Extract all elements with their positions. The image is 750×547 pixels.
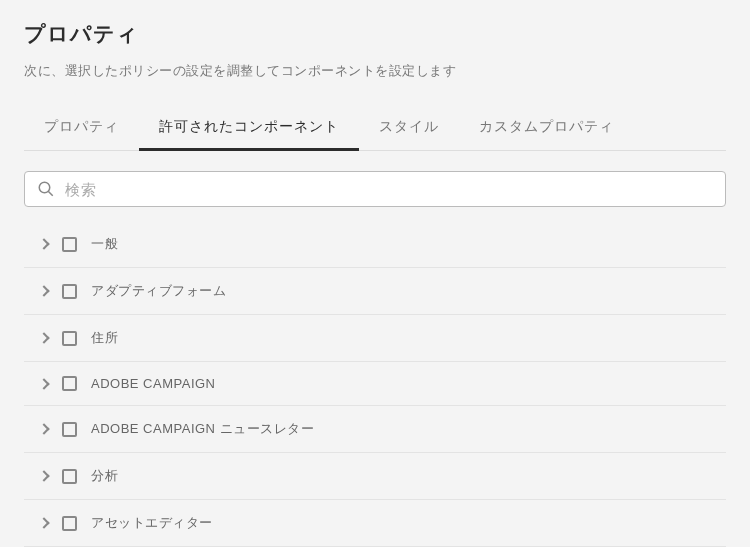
group-label: アセットエディター [91, 514, 213, 532]
chevron-right-icon[interactable] [38, 423, 49, 434]
group-checkbox[interactable] [62, 516, 77, 531]
list-item: ADOBE CAMPAIGN ニュースレター [24, 406, 726, 453]
group-label: ADOBE CAMPAIGN ニュースレター [91, 420, 314, 438]
component-group-list: 一般アダプティブフォーム住所ADOBE CAMPAIGNADOBE CAMPAI… [24, 221, 726, 547]
page-title: プロパティ [24, 20, 726, 48]
search-input[interactable] [65, 181, 713, 198]
list-item: アセットエディター [24, 500, 726, 547]
svg-point-0 [39, 182, 50, 193]
tab-3[interactable]: カスタムプロパティ [459, 108, 634, 150]
group-checkbox[interactable] [62, 376, 77, 391]
tab-0[interactable]: プロパティ [24, 108, 139, 150]
search-icon [37, 180, 55, 198]
svg-line-1 [48, 191, 53, 196]
group-label: ADOBE CAMPAIGN [91, 376, 216, 391]
group-label: 分析 [91, 467, 118, 485]
group-label: アダプティブフォーム [91, 282, 226, 300]
group-checkbox[interactable] [62, 237, 77, 252]
group-checkbox[interactable] [62, 331, 77, 346]
group-label: 住所 [91, 329, 118, 347]
list-item: 一般 [24, 221, 726, 268]
tab-1[interactable]: 許可されたコンポーネント [139, 108, 359, 151]
tab-2[interactable]: スタイル [359, 108, 459, 150]
group-checkbox[interactable] [62, 469, 77, 484]
page-description: 次に、選択したポリシーの設定を調整してコンポーネントを設定します [24, 62, 726, 80]
group-checkbox[interactable] [62, 422, 77, 437]
chevron-right-icon[interactable] [38, 517, 49, 528]
chevron-right-icon[interactable] [38, 378, 49, 389]
chevron-right-icon[interactable] [38, 285, 49, 296]
list-item: ADOBE CAMPAIGN [24, 362, 726, 406]
chevron-right-icon[interactable] [38, 470, 49, 481]
tabs: プロパティ許可されたコンポーネントスタイルカスタムプロパティ [24, 108, 726, 151]
list-item: 分析 [24, 453, 726, 500]
group-checkbox[interactable] [62, 284, 77, 299]
search-box[interactable] [24, 171, 726, 207]
chevron-right-icon[interactable] [38, 238, 49, 249]
chevron-right-icon[interactable] [38, 332, 49, 343]
list-item: アダプティブフォーム [24, 268, 726, 315]
list-item: 住所 [24, 315, 726, 362]
group-label: 一般 [91, 235, 118, 253]
